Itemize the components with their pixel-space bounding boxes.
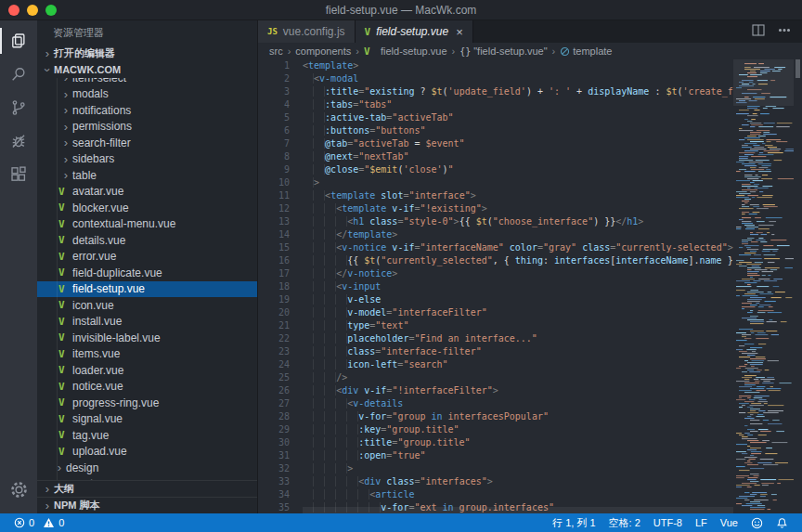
code-line-29[interactable]: 29 :key="group.title" bbox=[258, 423, 733, 436]
code-text: /> bbox=[303, 371, 733, 384]
indentation[interactable]: 空格: 2 bbox=[602, 513, 647, 532]
code-line-8[interactable]: 8 @next="nextTab" bbox=[258, 150, 733, 163]
tree-file-items.vue[interactable]: Vitems.vue bbox=[37, 346, 257, 363]
code-line-3[interactable]: 3 :title="existing ? $t('update_field') … bbox=[258, 85, 733, 98]
code-text: <v-notice v-if="interfaceName" color="gr… bbox=[303, 241, 733, 254]
code-line-4[interactable]: 4 :tabs="tabs" bbox=[258, 98, 733, 111]
chevron-right-icon: › bbox=[53, 461, 66, 474]
tree-folder-permissions[interactable]: ›permissions bbox=[37, 119, 257, 136]
gear-icon[interactable] bbox=[0, 473, 37, 506]
tree-file-upload.vue[interactable]: Vupload.vue bbox=[37, 444, 257, 461]
tree-file-details.vue[interactable]: Vdetails.vue bbox=[37, 232, 257, 249]
tree-file-avatar.vue[interactable]: Vavatar.vue bbox=[37, 184, 257, 201]
code-line-19[interactable]: 19 v-else bbox=[258, 293, 733, 306]
tree-folder-sidebars[interactable]: ›sidebars bbox=[37, 151, 257, 168]
bell-icon[interactable] bbox=[770, 513, 795, 532]
code-text: @tab="activeTab = $event" bbox=[303, 137, 733, 150]
source-control-icon[interactable] bbox=[0, 91, 37, 124]
code-line-32[interactable]: 32 > bbox=[258, 462, 733, 475]
breadcrumb-item-field-setup.vue[interactable]: Vfield-setup.vue bbox=[364, 45, 447, 58]
code-line-24[interactable]: 24 icon-left="search" bbox=[258, 358, 733, 371]
code-line-20[interactable]: 20 v-model="interfaceFilter" bbox=[258, 306, 733, 319]
code-line-13[interactable]: 13 <h1 class="style-0">{{ $t("choose_int… bbox=[258, 215, 733, 228]
tree-folder-events[interactable]: ›events bbox=[37, 476, 257, 481]
breadcrumb-separator-icon: › bbox=[356, 45, 359, 57]
close-tab-icon[interactable]: × bbox=[456, 25, 463, 39]
tree-file-error.vue[interactable]: Verror.vue bbox=[37, 249, 257, 266]
vertical-scrollbar[interactable] bbox=[794, 59, 802, 513]
code-line-21[interactable]: 21 type="text" bbox=[258, 319, 733, 332]
tree-file-loader.vue[interactable]: Vloader.vue bbox=[37, 362, 257, 379]
tree-folder-modals[interactable]: ›modals bbox=[37, 86, 257, 103]
tree-folder-design[interactable]: ›design bbox=[37, 460, 257, 476]
tab-field-setup-vue[interactable]: V field-setup.vue × bbox=[356, 20, 473, 43]
code-line-18[interactable]: 18 <v-input bbox=[258, 280, 733, 293]
eol[interactable]: LF bbox=[689, 513, 714, 532]
explorer-icon[interactable] bbox=[0, 24, 37, 58]
breadcrumb-item-components[interactable]: components bbox=[295, 45, 351, 57]
code-line-11[interactable]: 11 <template slot="interface"> bbox=[258, 189, 733, 202]
code-line-31[interactable]: 31 :open="true" bbox=[258, 449, 733, 462]
code-content[interactable]: 1<template>2 <v-modal3 :title="existing … bbox=[258, 59, 733, 513]
code-line-34[interactable]: 34 <article bbox=[258, 488, 733, 501]
feedback-smiley-icon[interactable] bbox=[744, 513, 770, 532]
npm-scripts-section[interactable]: › NPM 脚本 bbox=[37, 497, 257, 513]
code-line-14[interactable]: 14 </template> bbox=[258, 228, 733, 241]
tree-file-progress-ring.vue[interactable]: Vprogress-ring.vue bbox=[37, 395, 257, 411]
minimap[interactable] bbox=[733, 59, 794, 513]
tree-folder-notifications[interactable]: ›notifications bbox=[37, 102, 257, 119]
tree-file-notice.vue[interactable]: Vnotice.vue bbox=[37, 379, 257, 396]
split-editor-icon[interactable] bbox=[752, 23, 765, 40]
tree-file-signal.vue[interactable]: Vsignal.vue bbox=[37, 411, 257, 428]
code-line-2[interactable]: 2 <v-modal bbox=[258, 72, 733, 85]
code-line-22[interactable]: 22 placeholder="Find an interface..." bbox=[258, 332, 733, 345]
workspace-root-section[interactable]: › MACWK.COM bbox=[37, 61, 257, 78]
language-mode[interactable]: Vue bbox=[714, 513, 744, 532]
code-line-12[interactable]: 12 <template v-if="!existing"> bbox=[258, 202, 733, 215]
code-line-33[interactable]: 33 <div class="interfaces"> bbox=[258, 475, 733, 488]
code-line-7[interactable]: 7 @tab="activeTab = $event" bbox=[258, 137, 733, 150]
cursor-position[interactable]: 行 1, 列 1 bbox=[546, 513, 602, 532]
breadcrumb-item-template[interactable]: template bbox=[560, 45, 612, 57]
code-line-27[interactable]: 27 <v-details bbox=[258, 397, 733, 410]
code-line-6[interactable]: 6 :buttons="buttons" bbox=[258, 124, 733, 137]
code-line-15[interactable]: 15 <v-notice v-if="interfaceName" color=… bbox=[258, 241, 733, 254]
tree-file-install.vue[interactable]: Vinstall.vue bbox=[37, 314, 257, 331]
tree-item-label: upload.vue bbox=[72, 445, 127, 458]
breadcrumb-item-field-setup.vue[interactable]: {}"field-setup.vue" bbox=[459, 45, 547, 57]
open-editors-section[interactable]: › 打开的编辑器 bbox=[37, 45, 257, 61]
tree-file-contextual-menu.vue[interactable]: Vcontextual-menu.vue bbox=[37, 216, 257, 233]
code-line-10[interactable]: 10 > bbox=[258, 176, 733, 189]
minimap-slider[interactable] bbox=[733, 59, 794, 106]
horizontal-scrollbar[interactable] bbox=[303, 507, 733, 513]
breadcrumb-item-src[interactable]: src bbox=[269, 45, 283, 57]
tree-folder-item-select[interactable]: ›item-select bbox=[37, 78, 257, 86]
tree-folder-table[interactable]: ›table bbox=[37, 167, 257, 184]
encoding[interactable]: UTF-8 bbox=[647, 513, 689, 532]
code-line-28[interactable]: 28 v-for="group in interfacesPopular" bbox=[258, 410, 733, 423]
code-line-5[interactable]: 5 :active-tab="activeTab" bbox=[258, 111, 733, 124]
code-line-25[interactable]: 25 /> bbox=[258, 371, 733, 384]
tree-folder-search-filter[interactable]: ›search-filter bbox=[37, 135, 257, 151]
tree-file-field-duplicate.vue[interactable]: Vfield-duplicate.vue bbox=[37, 265, 257, 281]
tree-file-tag.vue[interactable]: Vtag.vue bbox=[37, 427, 257, 444]
code-line-1[interactable]: 1<template> bbox=[258, 59, 733, 72]
code-line-23[interactable]: 23 class="interface-filter" bbox=[258, 345, 733, 358]
tree-file-blocker.vue[interactable]: Vblocker.vue bbox=[37, 200, 257, 216]
code-editor[interactable]: 1<template>2 <v-modal3 :title="existing … bbox=[258, 59, 802, 513]
code-line-17[interactable]: 17 </v-notice> bbox=[258, 267, 733, 280]
outline-section[interactable]: › 大纲 bbox=[37, 480, 257, 497]
problems-indicator[interactable]: 0 0 bbox=[7, 513, 71, 532]
debug-icon[interactable] bbox=[0, 124, 37, 158]
search-icon[interactable] bbox=[0, 58, 37, 91]
code-line-26[interactable]: 26 <div v-if="!interfaceFilter"> bbox=[258, 384, 733, 397]
tree-file-icon.vue[interactable]: Vicon.vue bbox=[37, 297, 257, 314]
tree-file-invisible-label.vue[interactable]: Vinvisible-label.vue bbox=[37, 330, 257, 346]
code-line-30[interactable]: 30 :title="group.title" bbox=[258, 436, 733, 449]
tree-file-field-setup.vue[interactable]: Vfield-setup.vue bbox=[37, 281, 257, 298]
code-line-16[interactable]: 16 {{ $t("currently_selected", { thing: … bbox=[258, 254, 733, 267]
tab-vue-config-js[interactable]: JS vue.config.js bbox=[258, 20, 356, 43]
code-line-9[interactable]: 9 @close="$emit('close')" bbox=[258, 163, 733, 176]
extensions-icon[interactable] bbox=[0, 158, 37, 191]
more-actions-icon[interactable] bbox=[778, 23, 791, 40]
